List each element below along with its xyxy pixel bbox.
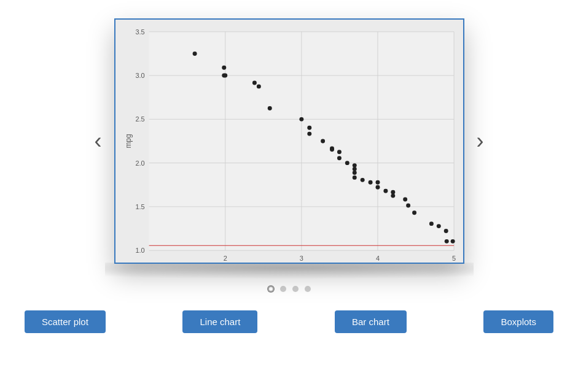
svg-text:3.0: 3.0 <box>135 72 144 79</box>
carousel: ‹ 1.0 1.5 2.0 2.5 <box>0 18 578 264</box>
svg-point-57 <box>429 221 433 226</box>
dot-2[interactable] <box>280 286 286 292</box>
svg-point-29 <box>252 80 256 85</box>
svg-point-55 <box>436 224 440 228</box>
svg-point-43 <box>352 171 356 175</box>
svg-point-30 <box>256 84 260 88</box>
svg-point-33 <box>307 126 311 130</box>
svg-point-31 <box>267 106 271 110</box>
svg-point-35 <box>321 139 325 144</box>
svg-point-28 <box>223 74 227 78</box>
svg-text:4: 4 <box>375 255 379 262</box>
svg-point-25 <box>192 52 197 56</box>
dot-3[interactable] <box>292 286 299 292</box>
svg-point-51 <box>391 194 395 198</box>
bar-chart-button[interactable]: Bar chart <box>335 310 407 333</box>
boxplots-button[interactable]: Boxplots <box>483 310 553 333</box>
svg-point-49 <box>383 189 388 193</box>
chart-shadow <box>105 263 474 281</box>
svg-text:1.0: 1.0 <box>135 247 144 254</box>
svg-point-45 <box>360 178 364 182</box>
svg-text:5: 5 <box>452 255 456 262</box>
scatter-chart: 1.0 1.5 2.0 2.5 3.0 3.5 2 3 4 5 mpg wt <box>115 20 463 263</box>
chart-type-buttons: Scatter plot Line chart Bar chart Boxplo… <box>0 310 578 333</box>
svg-point-52 <box>403 198 407 202</box>
svg-point-32 <box>299 117 303 121</box>
svg-point-53 <box>406 203 410 207</box>
svg-point-27 <box>222 66 226 70</box>
svg-point-42 <box>352 167 356 171</box>
svg-point-44 <box>352 175 356 180</box>
svg-text:3: 3 <box>299 255 303 262</box>
svg-text:2.0: 2.0 <box>135 159 144 167</box>
svg-point-54 <box>412 210 416 215</box>
svg-point-39 <box>337 156 341 160</box>
svg-text:2.5: 2.5 <box>135 115 144 123</box>
svg-point-38 <box>337 150 341 154</box>
dot-1[interactable] <box>268 286 274 292</box>
carousel-dots <box>268 286 311 292</box>
svg-point-34 <box>307 132 311 136</box>
svg-text:2: 2 <box>223 255 227 262</box>
prev-button[interactable]: ‹ <box>82 130 114 152</box>
next-button[interactable]: › <box>464 130 496 152</box>
svg-point-47 <box>375 180 380 185</box>
chart-frame: 1.0 1.5 2.0 2.5 3.0 3.5 2 3 4 5 mpg wt <box>114 18 464 264</box>
svg-point-58 <box>444 239 448 244</box>
svg-point-40 <box>345 161 349 165</box>
scatter-plot-button[interactable]: Scatter plot <box>25 310 106 333</box>
dot-4[interactable] <box>305 286 311 292</box>
svg-point-37 <box>330 147 334 152</box>
svg-point-41 <box>352 163 356 167</box>
svg-point-48 <box>375 185 380 190</box>
svg-point-56 <box>443 229 448 233</box>
svg-text:3.5: 3.5 <box>135 28 144 36</box>
svg-point-59 <box>450 239 455 244</box>
line-chart-button[interactable]: Line chart <box>182 310 257 333</box>
svg-point-46 <box>368 180 372 185</box>
svg-text:1.5: 1.5 <box>135 203 144 210</box>
svg-text:mpg: mpg <box>123 134 132 148</box>
svg-point-50 <box>391 190 395 194</box>
